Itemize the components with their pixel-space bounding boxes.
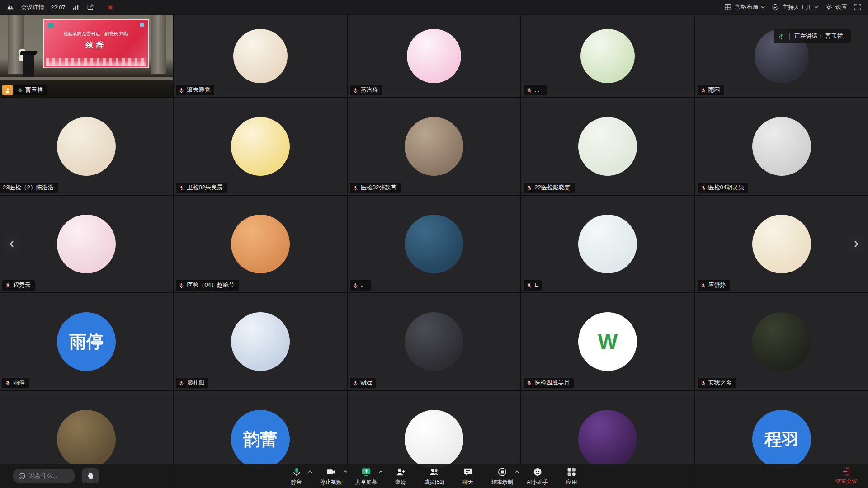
participant-name-row: 廖礼阳 xyxy=(176,378,208,388)
microphone-muted-icon xyxy=(353,87,359,94)
participant-tile[interactable]: 卫检02朱良晨 xyxy=(174,98,346,195)
participant-tile[interactable]: 应舒婷 xyxy=(695,196,868,292)
layout-menu-label: 宫格布局 xyxy=(735,3,758,11)
avatar xyxy=(233,29,288,83)
participant-name-row: 滚去睡觉 xyxy=(176,85,214,95)
microphone-muted-icon xyxy=(179,282,184,289)
apps-label: 应用 xyxy=(566,479,577,486)
participant-name-row: 医检（04）赵婉莹 xyxy=(176,280,238,291)
quick-chat-input[interactable]: 说点什么... xyxy=(13,469,75,483)
participant-tile[interactable]: 医检（04）赵婉莹 xyxy=(174,196,346,292)
microphone-muted-icon xyxy=(700,87,706,94)
apps-button[interactable]: 应用 xyxy=(561,466,581,486)
emoji-smiley-icon[interactable] xyxy=(18,472,26,480)
participant-tile[interactable]: 廖礼阳 xyxy=(174,293,346,390)
chevron-up-icon[interactable] xyxy=(344,470,348,473)
settings-label: 设置 xyxy=(835,3,847,11)
participant-name-row: L xyxy=(524,280,542,291)
host-badge-icon xyxy=(2,85,13,95)
participant-name-chip: 医检04胡灵泉 xyxy=(698,183,748,193)
participant-tile[interactable]: 23医检（2）陈浩浩 xyxy=(0,98,173,195)
recording-indicator-dot xyxy=(108,5,113,10)
avatar xyxy=(57,410,116,469)
school-logo xyxy=(48,23,54,28)
microphone-muted-icon xyxy=(526,282,532,289)
participant-tile[interactable]: 医检04胡灵泉 xyxy=(695,98,868,195)
ai-assistant-button[interactable]: AI小助手 xyxy=(527,466,548,486)
banner-divider xyxy=(789,33,790,40)
next-page-button[interactable] xyxy=(848,235,864,253)
network-signal-icon[interactable] xyxy=(72,3,80,11)
participant-name-row: . . . xyxy=(524,85,547,95)
settings-button[interactable]: 设置 xyxy=(825,3,847,11)
members-button[interactable]: 成员(52) xyxy=(424,466,444,486)
participant-name-chip: 安我之乡 xyxy=(698,378,736,388)
avatar xyxy=(231,312,290,371)
participant-tile[interactable]: wixz xyxy=(348,293,520,390)
avatar xyxy=(752,312,811,371)
participant-tile[interactable]: 安我之乡 xyxy=(695,293,868,390)
meeting-details-link[interactable]: 会议详情 xyxy=(21,3,44,11)
microphone-muted-icon xyxy=(526,185,532,191)
bottom-toolbar: 说点什么... 静音停止视频共享屏幕邀请成员(52)聊天结束录制AI小助手应用 … xyxy=(0,464,868,488)
podium xyxy=(23,54,34,77)
participant-tile[interactable]: 22医检戴晓雯 xyxy=(521,98,694,195)
microphone-muted-icon xyxy=(179,380,184,386)
previous-page-button[interactable] xyxy=(4,235,20,253)
microphone-muted-icon xyxy=(5,282,11,289)
participant-name-chip: 应舒婷 xyxy=(698,280,730,291)
avatar: 程羽 xyxy=(752,410,811,469)
chevron-up-icon[interactable] xyxy=(308,470,312,473)
microphone-muted-icon xyxy=(526,87,532,94)
participant-tile[interactable]: 检验学院党委书记、副院长 刘勤致辞曹玉祥 xyxy=(0,15,173,97)
layout-menu-button[interactable]: 宫格布局 xyxy=(724,3,765,11)
chat-button[interactable]: 聊天 xyxy=(458,466,478,486)
participant-tile[interactable]: L xyxy=(521,196,694,292)
avatar: 韵蕾 xyxy=(231,410,290,469)
participant-tile[interactable]: 医检02张歆苒 xyxy=(348,98,520,195)
participant-tile[interactable]: 蒸汽猫 xyxy=(348,15,520,97)
invite-button[interactable]: 邀请 xyxy=(391,466,410,486)
pop-out-window-icon[interactable] xyxy=(86,3,94,11)
participant-name-row: 医检四班吴月 xyxy=(524,378,574,388)
chevron-left-icon xyxy=(9,240,14,248)
participant-name: 雨困 xyxy=(708,87,720,94)
participant-tile[interactable]: 滚去睡觉 xyxy=(174,15,346,97)
mute-label: 静音 xyxy=(291,479,302,486)
participant-tile[interactable]: W医检四班吴月 xyxy=(521,293,694,390)
fullscreen-icon[interactable] xyxy=(854,3,862,11)
participant-tile[interactable]: 雨困 xyxy=(695,15,868,97)
chevron-up-icon[interactable] xyxy=(515,470,519,473)
participant-tile[interactable]: 雨停雨停 xyxy=(0,293,173,390)
chevron-down-icon xyxy=(814,6,818,9)
participant-name: 。 xyxy=(361,282,367,289)
participant-name: 程秀云 xyxy=(13,282,31,289)
stage-floor xyxy=(0,77,173,80)
participant-tile[interactable]: 程秀云 xyxy=(0,196,173,292)
stage-pillar xyxy=(8,15,24,74)
chevron-up-icon[interactable] xyxy=(379,470,383,473)
raise-hand-button[interactable] xyxy=(82,468,99,483)
raised-hand-icon xyxy=(86,471,95,480)
participant-tile[interactable]: 。 xyxy=(348,196,520,292)
end-meeting-button[interactable]: 结束会议 xyxy=(835,467,857,485)
camera-icon xyxy=(326,466,336,477)
participant-name-chip: 医检四班吴月 xyxy=(524,378,574,388)
host-tools-menu-button[interactable]: 主持人工具 xyxy=(771,3,818,11)
participant-name-chip: 卫检02朱良晨 xyxy=(176,183,226,193)
participant-tile[interactable]: . . . xyxy=(521,15,694,97)
chat-icon xyxy=(463,466,473,477)
stage-pillar xyxy=(151,15,166,74)
record-icon xyxy=(497,466,508,477)
apps-icon xyxy=(566,466,577,477)
mute-button[interactable]: 静音 xyxy=(287,466,307,486)
stop-video-button[interactable]: 停止视频 xyxy=(320,466,342,486)
microphone-muted-icon xyxy=(700,380,706,386)
stop-record-button[interactable]: 结束录制 xyxy=(491,466,513,486)
share-screen-button[interactable]: 共享屏幕 xyxy=(355,466,377,486)
microphone-muted-icon xyxy=(5,380,11,386)
participant-name: 应舒婷 xyxy=(708,282,726,289)
participant-name: 曹玉祥 xyxy=(25,87,43,94)
participant-name-row: 23医检（2）陈浩浩 xyxy=(0,183,58,193)
speaking-prefix: 正在讲话： xyxy=(794,33,824,39)
